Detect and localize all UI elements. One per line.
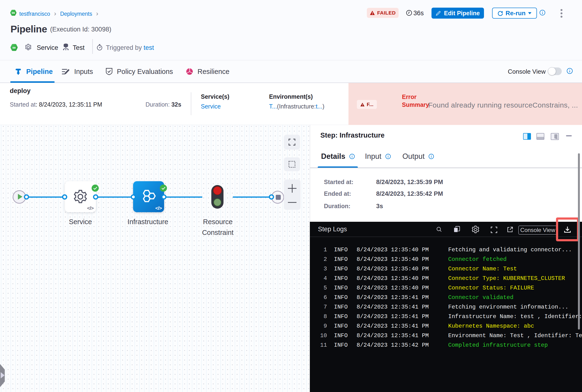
- svg-text:∞: ∞: [13, 45, 16, 50]
- svg-text:∞: ∞: [12, 10, 15, 15]
